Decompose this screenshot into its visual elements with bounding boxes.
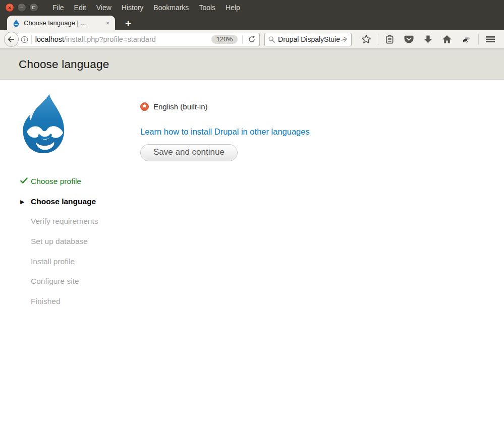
language-radio-label[interactable]: English (built-in) <box>153 102 208 111</box>
navigation-toolbar: localhost/install.php?profile=standard 1… <box>0 30 504 49</box>
drupal-favicon-icon <box>12 19 20 27</box>
fly-icon <box>461 35 472 44</box>
reload-icon <box>248 35 256 43</box>
go-arrow-icon[interactable] <box>341 36 348 43</box>
search-icon <box>268 36 275 43</box>
step-label: Set up database <box>31 237 88 246</box>
tab-bar: Choose language | ... × + <box>0 15 504 30</box>
drupal-logo-icon <box>18 93 75 157</box>
window-minimize-button[interactable]: − <box>17 3 26 12</box>
toolbar-divider-2 <box>478 34 479 45</box>
menu-bookmarks[interactable]: Bookmarks <box>148 4 194 12</box>
hamburger-menu-icon <box>485 35 495 44</box>
page-header: Choose language <box>0 49 504 80</box>
step-label: Choose profile <box>31 177 81 186</box>
clipboard-icon <box>385 35 395 44</box>
other-languages-link[interactable]: Learn how to install Drupal in other lan… <box>140 127 310 137</box>
step-configure-site: Configure site <box>20 277 136 297</box>
zoom-level-badge[interactable]: 120% <box>211 35 238 44</box>
window-close-button[interactable]: × <box>5 3 14 12</box>
menu-help[interactable]: Help <box>220 4 245 12</box>
tab-close-icon[interactable]: × <box>104 19 111 27</box>
step-choose-profile: Choose profile <box>20 177 136 197</box>
extension-fly-button[interactable] <box>457 35 476 44</box>
step-label: Configure site <box>31 277 79 286</box>
tab-title: Choose language | ... <box>24 19 104 27</box>
window-maximize-button[interactable] <box>29 3 38 12</box>
install-steps-list: Choose profile ▶ Choose language Verify … <box>20 177 136 317</box>
reload-button[interactable] <box>246 35 257 43</box>
step-label: Verify requirements <box>31 217 98 226</box>
back-icon <box>7 35 16 44</box>
home-icon <box>442 34 452 44</box>
menu-history[interactable]: History <box>117 4 149 12</box>
save-and-continue-button[interactable]: Save and continue <box>140 144 238 161</box>
urlbar-divider-2 <box>242 35 243 44</box>
menu-tools[interactable]: Tools <box>194 4 220 12</box>
star-icon <box>361 34 371 44</box>
search-bar[interactable]: Drupal DispalyStuie <box>264 33 352 46</box>
step-install-profile: Install profile <box>20 257 136 277</box>
language-radio-selected[interactable] <box>140 102 149 111</box>
step-set-up-database: Set up database <box>20 237 136 257</box>
step-label: Finished <box>31 297 61 306</box>
url-bar[interactable]: localhost/install.php?profile=standard 1… <box>17 33 260 46</box>
pocket-icon <box>404 35 414 44</box>
maximize-icon <box>32 6 35 9</box>
downloads-button[interactable] <box>419 35 437 44</box>
step-label: Install profile <box>31 257 75 266</box>
window-titlebar: × − File Edit View History Bookmarks Too… <box>0 0 504 15</box>
check-icon <box>20 177 31 184</box>
url-host: localhost <box>35 35 64 43</box>
language-option-row[interactable]: English (built-in) <box>140 102 310 111</box>
current-step-arrow-icon: ▶ <box>20 197 31 207</box>
active-tab[interactable]: Choose language | ... × <box>7 16 115 30</box>
page-content: Choose profile ▶ Choose language Verify … <box>0 80 504 434</box>
step-choose-language: ▶ Choose language <box>20 197 136 217</box>
menu-file[interactable]: File <box>47 4 69 12</box>
bookmark-star-button[interactable] <box>357 34 376 44</box>
new-tab-button[interactable]: + <box>122 17 134 30</box>
step-finished: Finished <box>20 297 136 317</box>
bookmarks-menu-button[interactable] <box>380 35 399 44</box>
home-button[interactable] <box>437 34 457 44</box>
app-menu-button[interactable] <box>481 35 500 44</box>
pocket-button[interactable] <box>399 35 419 44</box>
back-button[interactable] <box>4 32 19 47</box>
info-icon[interactable] <box>20 35 29 44</box>
toolbar-divider <box>378 34 378 45</box>
step-verify-requirements: Verify requirements <box>20 217 136 237</box>
search-input[interactable]: Drupal DispalyStuie <box>278 35 341 43</box>
urlbar-divider <box>31 35 32 44</box>
window-controls: × − <box>0 3 38 12</box>
download-icon <box>423 35 433 44</box>
url-path: /install.php?profile=standard <box>64 35 156 43</box>
language-form: English (built-in) Learn how to install … <box>140 102 310 161</box>
step-label: Choose language <box>31 197 96 206</box>
menubar: File Edit View History Bookmarks Tools H… <box>47 4 245 12</box>
page-title: Choose language <box>19 58 109 71</box>
toolbar-icons <box>357 34 500 45</box>
menu-edit[interactable]: Edit <box>69 4 91 12</box>
url-text[interactable]: localhost/install.php?profile=standard <box>35 35 211 43</box>
menu-view[interactable]: View <box>91 4 117 12</box>
